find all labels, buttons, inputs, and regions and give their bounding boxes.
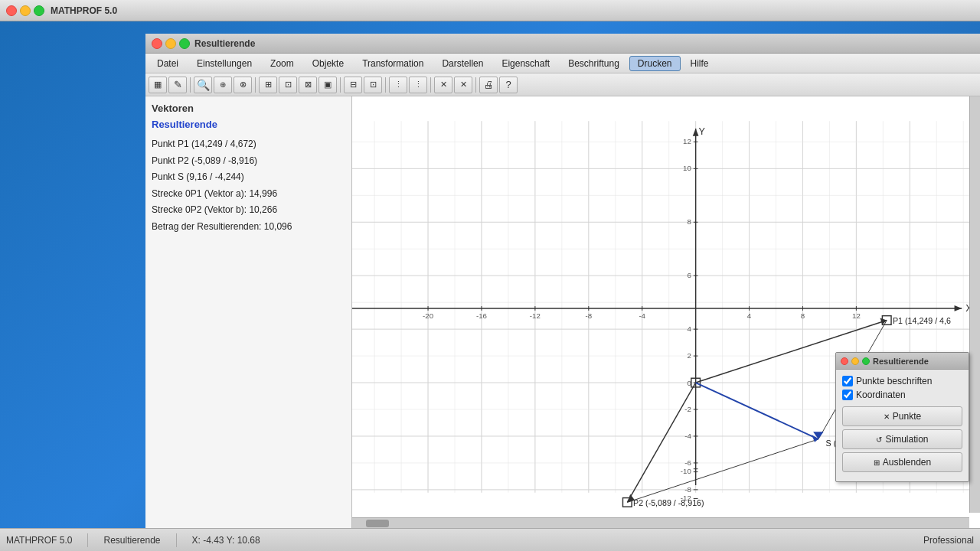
svg-text:-12: -12	[530, 311, 541, 320]
menu-transformation[interactable]: Transformation	[354, 56, 432, 71]
checkbox-koordinaten-label: Koordinaten	[856, 390, 906, 400]
status-app-name: MATHPROF 5.0	[6, 535, 72, 546]
toolbar-close1-btn[interactable]: ✕	[434, 77, 452, 93]
toolbar-sep4	[385, 77, 386, 93]
simulation-button[interactable]: ↺ Simulation	[842, 429, 962, 449]
toolbar-frame2-btn[interactable]: ⊡	[279, 77, 297, 93]
result-panel-body: Punkte beschriften Koordinaten ✕ Punkte …	[836, 370, 969, 481]
ausblenden-button[interactable]: ⊞ Ausblenden	[842, 452, 962, 472]
svg-text:-12: -12	[681, 494, 691, 502]
resultierende-panel: Resultierende Punkte beschriften Koordin…	[835, 352, 969, 482]
panel-maximize-btn[interactable]	[862, 357, 870, 365]
svg-text:-2: -2	[684, 405, 691, 413]
status-window-name: Resultierende	[103, 535, 160, 546]
sub-close-btn[interactable]	[152, 38, 162, 49]
punkte-icon: ✕	[884, 412, 890, 421]
menu-zoom[interactable]: Zoom	[262, 56, 302, 71]
toolbar-help-btn[interactable]: ?	[499, 77, 518, 93]
toolbar-misc2-btn[interactable]: ⋮	[409, 77, 427, 93]
window-title: Resultierende	[194, 38, 255, 49]
menu-bar: Datei Einstellungen Zoom Objekte Transfo…	[145, 54, 980, 73]
toolbar-sep5	[430, 77, 431, 93]
menu-objekte[interactable]: Objekte	[304, 56, 352, 71]
toolbar-view-btn[interactable]: ⊡	[364, 77, 382, 93]
svg-text:-8: -8	[684, 485, 691, 494]
scrollbar-horizontal[interactable]	[352, 517, 969, 528]
svg-text:-8: -8	[585, 311, 592, 320]
close-btn[interactable]	[6, 5, 17, 16]
svg-text:Y: Y	[699, 126, 706, 137]
toolbar-frame4-btn[interactable]: ▣	[318, 77, 337, 93]
menu-drucken[interactable]: Drucken	[629, 56, 681, 71]
svg-text:-16: -16	[476, 311, 487, 320]
maximize-btn[interactable]	[34, 5, 44, 16]
punkte-label: Punkte	[893, 411, 921, 422]
scrollbar-thumb[interactable]	[366, 520, 389, 527]
app-title: MATHPROF 5.0	[51, 5, 117, 16]
window-controls[interactable]	[6, 5, 44, 16]
svg-text:-4: -4	[639, 311, 645, 320]
info-line-op2: Strecke 0P2 (Vektor b): 10,266	[152, 202, 345, 219]
checkbox-punkte-input[interactable]	[842, 376, 853, 386]
sub-maximize-btn[interactable]	[179, 38, 190, 49]
menu-datei[interactable]: Datei	[149, 56, 187, 71]
toolbar-sep2	[255, 77, 256, 93]
toolbar-zoom-in-btn[interactable]: ⊕	[214, 77, 232, 93]
toolbar-frame1-btn[interactable]: ⊞	[259, 77, 277, 93]
toolbar-zoom-reset-btn[interactable]: ⊗	[234, 77, 252, 93]
sub-minimize-btn[interactable]	[165, 38, 176, 49]
panel-minimize-btn[interactable]	[851, 357, 859, 365]
svg-text:4: 4	[747, 311, 752, 320]
toolbar-table-btn[interactable]: ⊟	[344, 77, 362, 93]
info-line-p1: Punkt P1 (14,249 / 4,672)	[152, 136, 345, 153]
panel-close-btn[interactable]	[841, 357, 848, 365]
toolbar-grid-btn[interactable]: ▦	[149, 77, 167, 93]
toolbar-frame3-btn[interactable]: ⊠	[299, 77, 317, 93]
scrollbar-vertical[interactable]	[969, 96, 980, 513]
title-bar: MATHPROF 5.0	[0, 0, 980, 21]
toolbar-sep1	[190, 77, 191, 93]
main-window: Resultierende Datei Einstellungen Zoom O…	[145, 34, 980, 528]
ausblenden-icon: ⊞	[874, 458, 880, 467]
toolbar-sep3	[340, 77, 341, 93]
svg-text:-10: -10	[681, 467, 692, 475]
checkbox-koordinaten-input[interactable]	[842, 390, 853, 400]
menu-einstellungen[interactable]: Einstellungen	[188, 56, 260, 71]
checkbox-punkte-label: Punkte beschriften	[856, 376, 932, 386]
info-panel: Vektoren Resultierende Punkt P1 (14,249 …	[145, 96, 352, 528]
checkbox-koordinaten: Koordinaten	[842, 390, 962, 400]
sub-window-controls[interactable]	[152, 38, 190, 49]
status-divider2	[176, 533, 177, 547]
info-section-title: Vektoren	[152, 103, 345, 114]
toolbar-zoom-out-btn[interactable]: 🔍	[194, 77, 212, 93]
status-coordinates: X: -4.43 Y: 10.68	[192, 535, 260, 546]
checkbox-punkte-beschriften: Punkte beschriften	[842, 376, 962, 386]
info-line-betrag: Betrag der Resultierenden: 10,096	[152, 219, 345, 236]
panel-controls[interactable]	[841, 357, 870, 365]
svg-text:-4: -4	[684, 432, 691, 440]
toolbar-print-btn[interactable]: 🖨	[479, 77, 498, 93]
ausblenden-label: Ausblenden	[883, 457, 931, 468]
menu-beschriftung[interactable]: Beschriftung	[560, 56, 628, 71]
svg-text:P1 (14,249 / 4,6: P1 (14,249 / 4,6	[893, 316, 951, 325]
menu-hilfe[interactable]: Hilfe	[682, 56, 717, 71]
simulation-label: Simulation	[885, 434, 928, 445]
toolbar-sep6	[475, 77, 476, 93]
toolbar-close2-btn[interactable]: ✕	[454, 77, 472, 93]
toolbar-misc1-btn[interactable]: ⋮	[389, 77, 407, 93]
status-divider1	[87, 533, 88, 547]
svg-text:4: 4	[687, 324, 691, 333]
svg-text:8: 8	[801, 311, 805, 320]
resultierende-panel-title: Resultierende	[836, 353, 969, 370]
svg-text:12: 12	[852, 311, 861, 320]
punkte-button[interactable]: ✕ Punkte	[842, 406, 962, 426]
menu-eigenschaft[interactable]: Eigenschaft	[493, 56, 558, 71]
minimize-btn[interactable]	[20, 5, 31, 16]
toolbar-edit-btn[interactable]: ✎	[168, 77, 187, 93]
menu-darstellen[interactable]: Darstellen	[433, 56, 492, 71]
status-edition: Professional	[923, 535, 974, 546]
info-line-op1: Strecke 0P1 (Vektor a): 14,996	[152, 186, 345, 203]
svg-text:10: 10	[683, 164, 691, 172]
status-bar: MATHPROF 5.0 Resultierende X: -4.43 Y: 1…	[0, 528, 980, 551]
svg-text:2: 2	[687, 351, 691, 360]
